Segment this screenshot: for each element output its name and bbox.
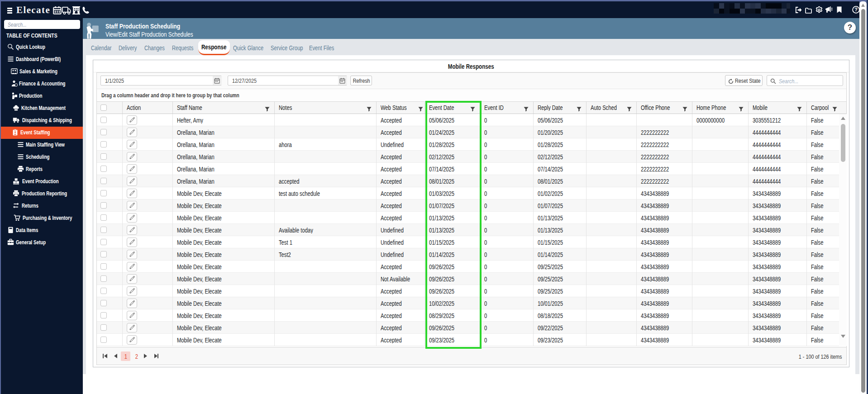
svg-text:?: ? (854, 7, 858, 12)
